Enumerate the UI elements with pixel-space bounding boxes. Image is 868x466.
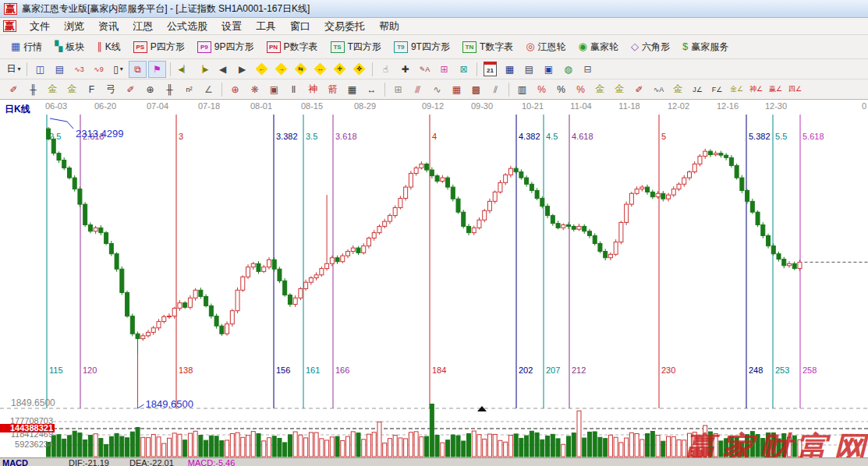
svg-text:184: 184 — [432, 365, 446, 375]
svg-text:5.5: 5.5 — [775, 132, 787, 141]
status-bar: MACD DIF:-21.19 DEA:-22.01 MACD:-5.46 — [0, 457, 868, 466]
dea-value: DEA:-22.01 — [129, 458, 174, 466]
svg-text:202: 202 — [519, 365, 533, 375]
svg-text:5.382: 5.382 — [749, 132, 771, 141]
kline-chart[interactable]: 2.51152.61812031383.3821563.51613.618166… — [0, 0, 868, 466]
svg-text:3.5: 3.5 — [306, 132, 317, 141]
svg-text:3: 3 — [179, 132, 183, 141]
app-window: 赢 赢家江恩专业版[赢家内部服务平台] - [上证指数 SH1A0001-167… — [0, 0, 868, 466]
svg-text:258: 258 — [802, 365, 817, 375]
svg-text:138: 138 — [179, 365, 193, 375]
svg-text:120: 120 — [83, 365, 97, 375]
dif-value: DIF:-21.19 — [69, 458, 109, 466]
svg-text:5.618: 5.618 — [802, 132, 824, 141]
svg-text:212: 212 — [572, 365, 586, 375]
svg-text:156: 156 — [276, 365, 290, 375]
svg-text:59236234: 59236234 — [15, 440, 53, 449]
svg-text:115: 115 — [49, 365, 63, 375]
svg-text:4: 4 — [432, 132, 437, 141]
svg-text:248: 248 — [749, 365, 763, 375]
svg-text:3.618: 3.618 — [335, 132, 357, 141]
kline-chart-svg[interactable]: 2.51152.61812031383.3821563.51613.618166… — [0, 0, 868, 466]
svg-text:161: 161 — [306, 365, 320, 375]
svg-text:230: 230 — [661, 365, 675, 375]
svg-text:5: 5 — [661, 132, 666, 141]
svg-text:207: 207 — [546, 365, 560, 375]
svg-text:1849.6500: 1849.6500 — [11, 397, 55, 408]
svg-text:4.618: 4.618 — [572, 132, 593, 141]
svg-text:3.382: 3.382 — [276, 132, 298, 141]
svg-text:4.5: 4.5 — [546, 132, 558, 141]
svg-text:2313.4299: 2313.4299 — [76, 128, 123, 139]
svg-text:1849.6500: 1849.6500 — [146, 398, 193, 410]
svg-text:253: 253 — [775, 365, 789, 375]
macd-value: MACD:-5.46 — [188, 458, 236, 466]
svg-text:4.382: 4.382 — [519, 132, 540, 141]
indicator-name[interactable]: MACD — [2, 458, 28, 466]
svg-text:166: 166 — [335, 365, 349, 375]
svg-text:118412469: 118412469 — [11, 429, 53, 439]
